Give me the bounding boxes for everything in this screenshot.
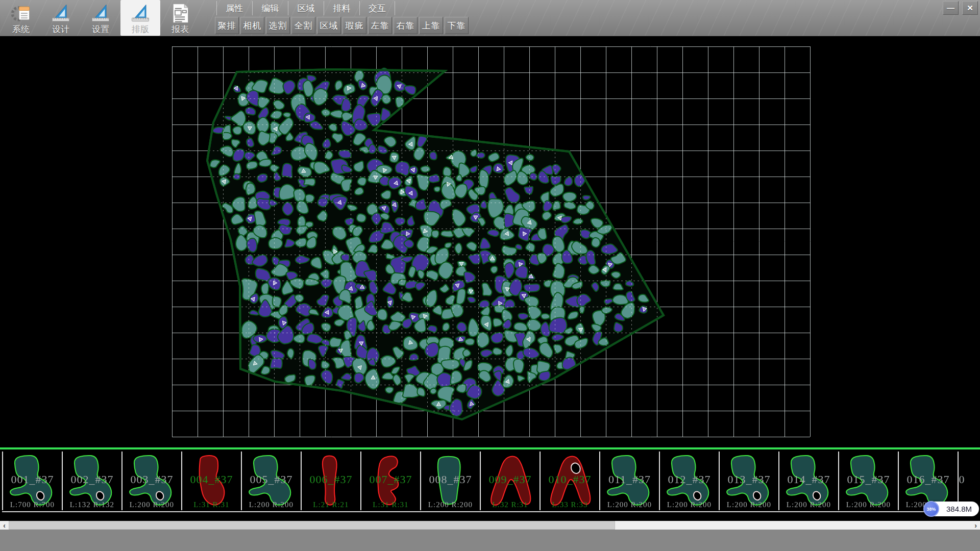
piece-thumbnail-001_#37[interactable]: 001_#37L:700 R:700 bbox=[2, 452, 62, 510]
piece-lr-count: L:200 R:200 bbox=[421, 500, 480, 509]
piece-thumbnail-012_#37[interactable]: 012_#37L:200 R:200 bbox=[659, 452, 719, 510]
menu-区域[interactable]: 区域 bbox=[288, 1, 324, 15]
menu-排料[interactable]: 排料 bbox=[324, 1, 359, 15]
tab-排版[interactable]: 排版 bbox=[120, 0, 160, 36]
menu-top-row: 属性编辑区域排料交互 bbox=[216, 1, 395, 15]
menu-交互[interactable]: 交互 bbox=[359, 1, 395, 15]
piece-lr-count: L:700 R:700 bbox=[3, 500, 62, 509]
piece-label: 009_#37 bbox=[481, 473, 540, 486]
minimize-button[interactable]: — bbox=[943, 1, 959, 15]
piece-thumbnail-008_#37[interactable]: 008_#37L:200 R:200 bbox=[420, 452, 480, 510]
piece-lr-count: L:31 R:31 bbox=[361, 500, 420, 509]
piece-thumbnail-011_#37[interactable]: 011_#37L:200 R:200 bbox=[599, 452, 659, 510]
action-全割[interactable]: 全割 bbox=[291, 17, 315, 34]
menu-编辑[interactable]: 编辑 bbox=[252, 1, 288, 15]
action-下靠[interactable]: 下靠 bbox=[445, 17, 469, 34]
piece-label: 011_#37 bbox=[600, 473, 659, 486]
set-square-icon bbox=[89, 2, 112, 24]
tab-label: 排版 bbox=[132, 25, 149, 34]
horizontal-scrollbar[interactable]: ‹ › bbox=[0, 521, 980, 530]
tab-label: 设置 bbox=[92, 25, 109, 34]
bottom-status-bar bbox=[0, 530, 980, 551]
piece-thumbnail-003_#37[interactable]: 003_#37L:200 R:200 bbox=[121, 452, 181, 510]
piece-lr-count: L:31 R:31 bbox=[182, 500, 241, 509]
piece-label: 0 bbox=[959, 473, 965, 486]
piece-label: 014_#37 bbox=[779, 473, 838, 486]
toolbar: 系统设计设置排版报表 属性编辑区域排料交互 聚排相机选割全割区域瑕疵左靠右靠上靠… bbox=[0, 0, 980, 36]
action-左靠[interactable]: 左靠 bbox=[368, 17, 392, 34]
action-右靠[interactable]: 右靠 bbox=[394, 17, 418, 34]
piece-thumbnail-004_#37[interactable]: 004_#37L:31 R:31 bbox=[181, 452, 241, 510]
piece-label: 006_#37 bbox=[302, 473, 360, 486]
piece-label: 007_#37 bbox=[361, 473, 420, 486]
piece-thumbnail-006_#37[interactable]: 006_#37L:21 R:21 bbox=[301, 452, 360, 510]
window-controls: — ✕ bbox=[943, 1, 978, 15]
piece-lr-count: L:33 R:33 bbox=[541, 500, 599, 509]
piece-label: 003_#37 bbox=[122, 473, 181, 486]
action-上靠[interactable]: 上靠 bbox=[419, 17, 443, 34]
piece-label: 015_#37 bbox=[839, 473, 898, 486]
piece-thumbnail-002_#37[interactable]: 002_#37L:132 R:132 bbox=[62, 452, 121, 510]
action-选割[interactable]: 选割 bbox=[266, 17, 290, 34]
piece-thumbnail-007_#37[interactable]: 007_#37L:31 R:31 bbox=[360, 452, 420, 510]
scroll-left-arrow[interactable]: ‹ bbox=[0, 521, 9, 530]
module-tabs: 系统设计设置排版报表 bbox=[1, 0, 200, 36]
pieces-list: 001_#37L:700 R:700002_#37L:132 R:132003_… bbox=[2, 452, 965, 512]
piece-thumbnail-013_#37[interactable]: 013_#37L:200 R:200 bbox=[719, 452, 778, 510]
piece-label: 001_#37 bbox=[3, 473, 62, 486]
piece-thumbnail-009_#37[interactable]: 009_#37L:32 R:31 bbox=[480, 452, 540, 510]
set-square-icon bbox=[50, 2, 72, 24]
piece-label: 008_#37 bbox=[421, 473, 480, 486]
scrollbar-thumb[interactable] bbox=[9, 521, 615, 530]
tab-label: 系统 bbox=[12, 25, 30, 34]
tab-label: 报表 bbox=[172, 25, 189, 34]
piece-lr-count: L:32 R:31 bbox=[481, 500, 540, 509]
piece-lr-count: L:21 R:21 bbox=[302, 500, 360, 509]
piece-lr-count: L:200 R:200 bbox=[242, 500, 301, 509]
set-square-icon bbox=[129, 2, 152, 24]
piece-lr-count: L:200 R:200 bbox=[839, 500, 898, 509]
application-window: 系统设计设置排版报表 属性编辑区域排料交互 聚排相机选割全割区域瑕疵左靠右靠上靠… bbox=[0, 0, 980, 551]
action-相机[interactable]: 相机 bbox=[240, 17, 264, 34]
piece-thumbnail-010_#37[interactable]: 010_#37L:33 R:33 bbox=[540, 452, 599, 510]
piece-thumbnail-015_#37[interactable]: 015_#37L:200 R:200 bbox=[838, 452, 898, 510]
pieces-strip: 001_#37L:700 R:700002_#37L:132 R:132003_… bbox=[0, 447, 980, 512]
memory-label: 384.8M bbox=[939, 505, 979, 513]
tab-设计[interactable]: 设计 bbox=[41, 0, 81, 36]
piece-label: 002_#37 bbox=[63, 473, 121, 486]
memory-status-pill[interactable]: 38% 384.8M bbox=[924, 502, 979, 516]
piece-thumbnail-005_#37[interactable]: 005_#37L:200 R:200 bbox=[241, 452, 301, 510]
piece-lr-count: L:200 R:200 bbox=[600, 500, 659, 509]
tab-报表[interactable]: 报表 bbox=[160, 0, 200, 36]
menu-action-row: 聚排相机选割全割区域瑕疵左靠右靠上靠下靠 bbox=[215, 17, 470, 34]
piece-label: 013_#37 bbox=[720, 473, 778, 486]
piece-label: 016_#37 bbox=[899, 473, 958, 486]
scroll-right-arrow[interactable]: › bbox=[971, 521, 980, 530]
report-document-icon bbox=[169, 2, 191, 24]
action-聚排[interactable]: 聚排 bbox=[215, 17, 239, 34]
piece-lr-count: L:200 R:200 bbox=[122, 500, 181, 509]
menu-属性[interactable]: 属性 bbox=[216, 1, 252, 15]
piece-label: 010_#37 bbox=[541, 473, 599, 486]
piece-lr-count: L:200 R:200 bbox=[660, 500, 719, 509]
close-button[interactable]: ✕ bbox=[962, 1, 978, 15]
piece-lr-count: L:200 R:200 bbox=[779, 500, 838, 509]
action-区域[interactable]: 区域 bbox=[317, 17, 341, 34]
piece-lr-count: L:200 R:200 bbox=[720, 500, 778, 509]
percent-badge: 38% bbox=[923, 501, 939, 517]
piece-label: 004_#37 bbox=[182, 473, 241, 486]
tab-系统[interactable]: 系统 bbox=[1, 0, 41, 36]
piece-thumbnail-014_#37[interactable]: 014_#37L:200 R:200 bbox=[778, 452, 838, 510]
piece-label: 005_#37 bbox=[242, 473, 301, 486]
gear-icon bbox=[10, 2, 32, 24]
action-瑕疵[interactable]: 瑕疵 bbox=[342, 17, 366, 34]
tab-设置[interactable]: 设置 bbox=[81, 0, 120, 36]
piece-label: 012_#37 bbox=[660, 473, 719, 486]
tab-label: 设计 bbox=[52, 25, 69, 34]
piece-lr-count: L:132 R:132 bbox=[63, 500, 121, 509]
